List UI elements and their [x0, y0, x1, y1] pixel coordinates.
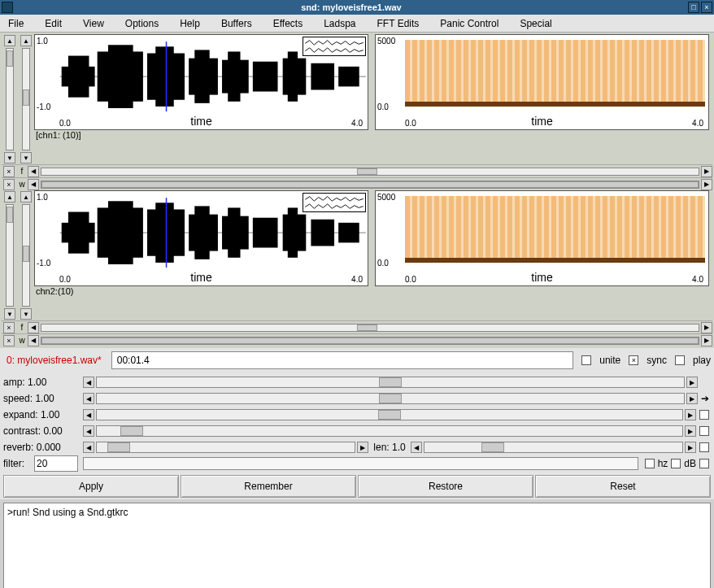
menu-help[interactable]: Help: [175, 16, 205, 31]
contrast-slider[interactable]: [96, 425, 683, 437]
reverb-checkbox[interactable]: [699, 442, 709, 452]
menu-buffers[interactable]: Buffers: [216, 16, 257, 31]
amp-slider[interactable]: [96, 377, 685, 388]
right-arrow-icon[interactable]: ▶: [701, 322, 712, 333]
right-arrow-icon[interactable]: ▶: [357, 442, 368, 453]
up-arrow-icon[interactable]: ▲: [4, 191, 15, 203]
db-label: dB: [684, 458, 696, 469]
len-slider[interactable]: [424, 442, 683, 453]
spectrogram-plot-1[interactable]: 5000 0.0 0.0 4.0 time: [375, 34, 709, 130]
vscroll-track[interactable]: [22, 204, 30, 307]
menu-special[interactable]: Special: [515, 16, 556, 31]
workarea: ▲ ▼ ▲ ▼ 1.0 -1.0 0.0 4.0 time: [0, 33, 714, 348]
maximize-icon[interactable]: □: [688, 2, 699, 13]
waveform-plot-2[interactable]: 1.0 -1.0 0.0 4.0 time: [34, 190, 368, 286]
channel-block-2: ▲ ▼ ▲ ▼ 1.0 -1.0 0.0 4.0 time: [2, 190, 712, 320]
vscroll-track[interactable]: [6, 48, 14, 150]
remember-button[interactable]: Remember: [181, 475, 356, 498]
reverb-slider[interactable]: [96, 442, 355, 453]
hz-checkbox[interactable]: [645, 459, 655, 468]
left-arrow-icon[interactable]: ◀: [28, 179, 39, 190]
speed-slider[interactable]: [96, 393, 685, 404]
contrast-label: contrast:: [3, 425, 41, 437]
vscroll-pos-1: ▲ ▼: [18, 34, 34, 164]
menu-view[interactable]: View: [78, 16, 109, 31]
close-icon[interactable]: ×: [701, 2, 712, 13]
hscroll-track[interactable]: [41, 168, 699, 176]
vscroll-track[interactable]: [6, 204, 14, 307]
vscroll-zoom-2: ▲ ▼: [2, 190, 18, 320]
menu-options[interactable]: Options: [120, 16, 163, 31]
console[interactable]: >run! Snd using a Snd.gtkrc: [3, 503, 711, 588]
filter-graph[interactable]: [83, 457, 638, 470]
down-arrow-icon[interactable]: ▼: [20, 152, 32, 163]
hscroll-track[interactable]: [41, 337, 699, 345]
spectrogram-plot-2[interactable]: 5000 0.0 0.0 4.0 time: [375, 190, 709, 286]
menu-panic[interactable]: Panic Control: [435, 16, 503, 31]
db-checkbox[interactable]: [671, 459, 681, 468]
hscroll-f-2: × f ◀ ▶: [2, 320, 712, 333]
waveform-plot-1[interactable]: 1.0 -1.0 0.0 4.0 time: [34, 34, 368, 130]
right-arrow-icon[interactable]: ▶: [701, 179, 712, 190]
menu-edit[interactable]: Edit: [40, 16, 67, 31]
console-text: >run! Snd using a Snd.gtkrc: [7, 507, 128, 518]
left-arrow-icon[interactable]: ◀: [83, 377, 94, 388]
hscroll-track[interactable]: [41, 324, 699, 332]
close-icon[interactable]: ×: [3, 322, 15, 333]
svg-rect-15: [338, 67, 359, 87]
expand-checkbox[interactable]: [699, 410, 709, 420]
restore-button[interactable]: Restore: [358, 475, 533, 498]
waveform-inset: [303, 37, 366, 56]
left-arrow-icon[interactable]: ◀: [28, 335, 39, 346]
play-checkbox[interactable]: [675, 355, 685, 365]
right-arrow-icon[interactable]: ▶: [701, 166, 712, 177]
left-arrow-icon[interactable]: ◀: [83, 393, 94, 404]
left-arrow-icon[interactable]: ◀: [28, 166, 39, 177]
svg-rect-8: [194, 50, 209, 102]
close-icon[interactable]: ×: [3, 166, 15, 177]
left-arrow-icon[interactable]: ◀: [83, 425, 94, 437]
menu-file[interactable]: File: [3, 16, 28, 31]
ytick: 0.0: [377, 259, 389, 268]
xtick: 0.0: [405, 275, 416, 284]
svg-rect-28: [253, 218, 278, 248]
up-arrow-icon[interactable]: ▲: [20, 191, 32, 203]
speed-value: 1.00: [35, 393, 54, 404]
vscroll-track[interactable]: [22, 48, 30, 150]
apply-button[interactable]: Apply: [3, 475, 179, 498]
spectrogram-pane-1: 5000 0.0 0.0 4.0 time: [375, 34, 709, 164]
menu-effects[interactable]: Effects: [268, 16, 307, 31]
arrow-icon[interactable]: ➔: [699, 393, 711, 404]
unite-checkbox[interactable]: [581, 355, 591, 365]
hscroll-track[interactable]: [41, 181, 699, 189]
right-arrow-icon[interactable]: ▶: [685, 442, 696, 453]
reset-button[interactable]: Reset: [535, 475, 711, 498]
menu-fftedits[interactable]: FFT Edits: [372, 16, 424, 31]
filter-input[interactable]: [34, 455, 78, 472]
close-icon[interactable]: ×: [3, 179, 15, 190]
f-label: f: [16, 323, 28, 332]
expand-slider[interactable]: [96, 409, 683, 420]
left-arrow-icon[interactable]: ◀: [28, 322, 39, 333]
down-arrow-icon[interactable]: ▼: [4, 152, 15, 163]
left-arrow-icon[interactable]: ◀: [83, 409, 94, 420]
svg-rect-23: [155, 203, 173, 263]
up-arrow-icon[interactable]: ▲: [4, 35, 15, 46]
menu-ladspa[interactable]: Ladspa: [319, 16, 360, 31]
file-label[interactable]: 0: myloveisfree1.wav*: [3, 353, 105, 368]
right-arrow-icon[interactable]: ▶: [685, 409, 696, 420]
channel-label-1: [chn1: (10)]: [34, 130, 368, 140]
contrast-checkbox[interactable]: [699, 426, 709, 436]
left-arrow-icon[interactable]: ◀: [83, 442, 94, 453]
filter-checkbox[interactable]: [699, 459, 709, 468]
sync-checkbox[interactable]: ×: [629, 355, 638, 365]
right-arrow-icon[interactable]: ▶: [686, 377, 698, 388]
right-arrow-icon[interactable]: ▶: [686, 393, 698, 404]
right-arrow-icon[interactable]: ▶: [685, 425, 696, 437]
down-arrow-icon[interactable]: ▼: [4, 308, 15, 320]
right-arrow-icon[interactable]: ▶: [701, 335, 712, 346]
down-arrow-icon[interactable]: ▼: [20, 308, 32, 320]
close-icon[interactable]: ×: [3, 335, 15, 346]
up-arrow-icon[interactable]: ▲: [20, 35, 32, 46]
left-arrow-icon[interactable]: ◀: [411, 442, 422, 453]
